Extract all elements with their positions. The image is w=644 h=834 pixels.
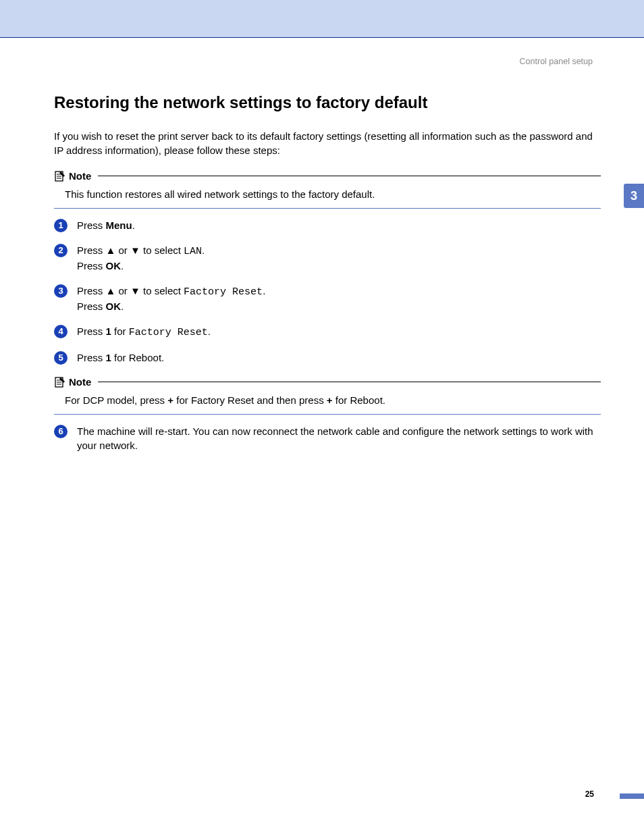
step-2: 2 Press ▲ or ▼ to select LAN. Press OK. bbox=[54, 243, 601, 273]
option-lan: LAN bbox=[184, 246, 202, 257]
page-number: 25 bbox=[585, 789, 594, 799]
text: . bbox=[121, 301, 124, 312]
text: Press bbox=[77, 260, 106, 271]
text: for Factory Reset and then press bbox=[173, 394, 327, 406]
step-1: 1 Press Menu. bbox=[54, 218, 601, 232]
key-1: 1 bbox=[106, 325, 111, 337]
arrow-keys: ▲ or ▼ bbox=[106, 285, 140, 296]
step-body-1: Press Menu. bbox=[77, 218, 601, 232]
note-rule bbox=[98, 176, 601, 176]
option-factory-reset: Factory Reset bbox=[129, 327, 208, 338]
note-body-2: For DCP model, press + for Factory Reset… bbox=[54, 389, 601, 415]
step-3: 3 Press ▲ or ▼ to select Factory Reset. … bbox=[54, 284, 601, 313]
note-icon bbox=[54, 170, 66, 182]
step-marker-3: 3 bbox=[54, 284, 68, 298]
note-header: Note bbox=[54, 170, 601, 183]
option-factory-reset: Factory Reset bbox=[184, 286, 263, 298]
arrow-keys: ▲ or ▼ bbox=[106, 244, 140, 256]
text: to select bbox=[140, 244, 184, 256]
text: . bbox=[202, 244, 205, 256]
text: for bbox=[111, 325, 129, 337]
text: Press bbox=[77, 301, 106, 312]
plus-key: + bbox=[167, 394, 173, 406]
text: For DCP model, press bbox=[65, 394, 167, 406]
plus-key: + bbox=[327, 394, 333, 406]
text: to select bbox=[140, 285, 184, 296]
ok-key: OK bbox=[106, 260, 122, 271]
note-label: Note bbox=[69, 170, 91, 182]
step-marker-5: 5 bbox=[54, 351, 68, 365]
note-rule bbox=[98, 382, 601, 382]
step-body-3: Press ▲ or ▼ to select Factory Reset. Pr… bbox=[77, 284, 601, 313]
text: for Reboot. bbox=[111, 352, 164, 363]
step-4: 4 Press 1 for Factory Reset. bbox=[54, 324, 601, 340]
note-block-2: Note For DCP model, press + for Factory … bbox=[54, 375, 601, 415]
intro-text: If you wish to reset the print server ba… bbox=[54, 129, 601, 157]
note-header: Note bbox=[54, 375, 601, 389]
note-body: This function restores all wired network… bbox=[54, 183, 601, 209]
corner-mark bbox=[620, 793, 644, 799]
text: for Reboot. bbox=[333, 394, 385, 406]
step-6: 6 The machine will re-start. You can now… bbox=[54, 424, 601, 452]
text: . bbox=[263, 285, 265, 296]
step-body-6: The machine will re-start. You can now r… bbox=[77, 424, 601, 452]
text: Press bbox=[77, 325, 106, 337]
steps-list-2: 6 The machine will re-start. You can now… bbox=[54, 424, 601, 452]
step-body-2: Press ▲ or ▼ to select LAN. Press OK. bbox=[77, 243, 601, 273]
text: . bbox=[121, 260, 124, 271]
key-1: 1 bbox=[106, 352, 111, 363]
step-body-4: Press 1 for Factory Reset. bbox=[77, 324, 601, 340]
step-5: 5 Press 1 for Reboot. bbox=[54, 350, 601, 365]
page-content: Control panel setup Restoring the networ… bbox=[0, 38, 644, 452]
text: Press bbox=[77, 219, 106, 231]
text: Press bbox=[77, 352, 106, 363]
menu-key: Menu bbox=[106, 219, 132, 231]
section-title: Restoring the network settings to factor… bbox=[54, 93, 601, 113]
text: Press bbox=[77, 285, 106, 296]
step-marker-2: 2 bbox=[54, 244, 68, 257]
note-label: Note bbox=[69, 376, 91, 388]
step-marker-1: 1 bbox=[54, 219, 68, 232]
chapter-tab: 3 bbox=[624, 184, 644, 208]
note-icon bbox=[54, 376, 66, 388]
text: . bbox=[208, 325, 211, 337]
text: . bbox=[132, 219, 135, 231]
ok-key: OK bbox=[106, 301, 122, 312]
step-marker-4: 4 bbox=[54, 325, 68, 338]
note-block-1: Note This function restores all wired ne… bbox=[54, 170, 601, 209]
step-marker-6: 6 bbox=[54, 425, 68, 438]
text: Press bbox=[77, 244, 106, 256]
top-band bbox=[0, 0, 644, 38]
steps-list: 1 Press Menu. 2 Press ▲ or ▼ to select L… bbox=[54, 218, 601, 365]
header-label: Control panel setup bbox=[54, 57, 593, 66]
step-body-5: Press 1 for Reboot. bbox=[77, 350, 601, 365]
